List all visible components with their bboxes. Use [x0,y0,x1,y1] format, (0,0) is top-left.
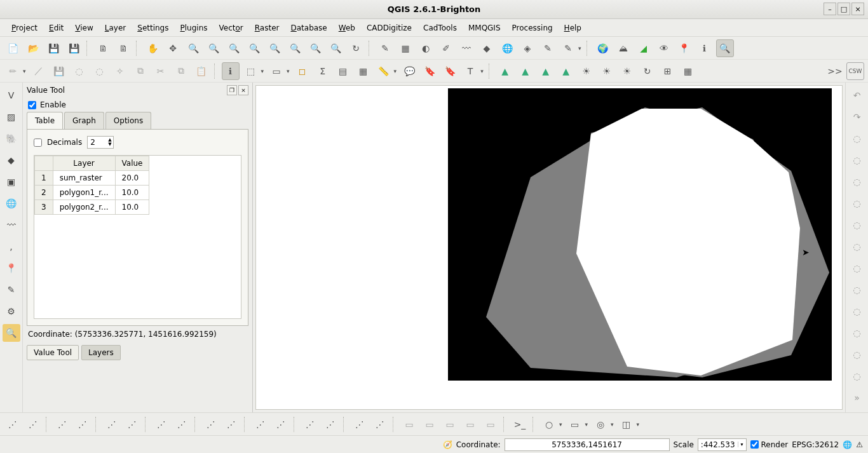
refresh-button[interactable]: ↻ [347,39,365,57]
sun-button-3[interactable]: ☀ [618,62,636,80]
chevron-down-icon[interactable]: ▾ [738,442,743,447]
pan-button[interactable]: ✋ [144,39,161,57]
rtool-5[interactable]: ◌ [848,216,866,234]
table-row[interactable]: 2 polygon1_r... 10.0 [35,186,149,200]
zoom-layer-button[interactable]: 🔍 [286,39,304,57]
node-tool-3[interactable]: ⋰ [53,416,71,433]
add-spatialite-button[interactable]: ◆ [3,151,20,169]
spinner-down[interactable]: ▼ [107,142,112,147]
enable-checkbox[interactable] [28,101,36,109]
settings-button[interactable]: ⚙ [3,302,20,320]
tab-table[interactable]: Table [27,112,63,129]
cut-button[interactable]: ✂ [152,62,170,80]
scale-combo[interactable]: :442.533 ▾ [698,438,747,451]
dropdown-icon[interactable]: ▾ [260,68,266,74]
vector-tool-6[interactable]: ◆ [478,39,496,57]
hist-button-4[interactable]: ▲ [557,62,575,80]
render-checkbox-label[interactable]: Render [750,440,789,449]
dropdown-icon[interactable]: ▾ [577,45,583,51]
node-tool-11[interactable]: ⋰ [252,416,269,433]
terrain-button[interactable]: ⛰ [614,39,632,57]
add-wms-button[interactable]: 🌐 [3,194,20,212]
zoom-last-button[interactable]: 🔍 [306,39,324,57]
vector-tool-4[interactable]: ✐ [437,39,455,57]
tab-options[interactable]: Options [105,112,151,129]
console-button[interactable]: >_ [511,416,529,433]
shape-tool-3[interactable]: ▭ [441,416,459,433]
node-tool-14[interactable]: ⋰ [322,416,339,433]
decimals-input[interactable] [88,137,107,148]
vector-tool-9[interactable]: ✎ [539,39,557,57]
measure-button[interactable]: 📏 [375,62,393,80]
checker-button[interactable]: ▦ [679,62,697,80]
shape-tool-5[interactable]: ▭ [482,416,499,433]
decimals-checkbox[interactable] [34,139,42,147]
select-rect-button[interactable]: ▭ [268,62,285,80]
rtool-2[interactable]: ◌ [848,151,866,169]
node-tool-9[interactable]: ⋰ [202,416,220,433]
dropdown-icon[interactable]: ▾ [479,68,485,74]
composer-manager-button[interactable]: 🗎 [114,39,132,57]
misc-btn-1[interactable]: ○ [540,416,558,433]
new-composer-button[interactable]: 🗎 [94,39,112,57]
messages-icon[interactable]: ⚠ [856,440,863,449]
maximize-button[interactable]: □ [837,3,850,15]
rtool-6[interactable]: ◌ [848,238,866,255]
menu-mmqgis[interactable]: MMQGIS [463,21,506,35]
rtool-11[interactable]: ◌ [848,346,866,363]
menu-settings[interactable]: Settings [132,21,173,35]
hist-button-1[interactable]: ▲ [496,62,514,80]
menu-vector[interactable]: Vector [214,21,248,35]
menu-database[interactable]: Database [285,21,332,35]
edit-tool-d[interactable]: ⧉ [132,62,149,80]
misc-btn-3[interactable]: ◎ [592,416,609,433]
add-mssql-button[interactable]: ▣ [3,173,20,191]
menu-help[interactable]: Help [559,21,587,35]
vector-tool-1[interactable]: ✎ [376,39,394,57]
bottom-tab-layers[interactable]: Layers [81,345,121,360]
pan-selection-button[interactable]: ✥ [164,39,182,57]
edit-tool-a[interactable]: ◌ [71,62,88,80]
dropdown-icon[interactable]: ▾ [558,421,564,428]
hist-button-3[interactable]: ▲ [537,62,555,80]
add-wfs-button[interactable]: 〰 [3,216,20,234]
bookmark-add-button[interactable]: 🔖 [421,62,438,80]
value-tool-toggle[interactable]: 🔍 [716,39,734,57]
node-tool-15[interactable]: ⋰ [351,416,369,433]
node-tool-1[interactable]: ⋰ [4,416,22,433]
dropdown-icon[interactable]: ▾ [393,68,398,74]
refresh-sun-button[interactable]: ↻ [639,62,656,80]
close-button[interactable]: × [851,3,864,15]
redo-button[interactable]: ↷ [848,108,866,126]
save-project-button[interactable]: 💾 [44,39,62,57]
sun-button-1[interactable]: ☀ [578,62,595,80]
bookmark-show-button[interactable]: 🔖 [441,62,459,80]
node-tool-13[interactable]: ⋰ [301,416,319,433]
toggle-extents-icon[interactable]: 🧭 [443,440,452,449]
shape-tool-2[interactable]: ▭ [421,416,438,433]
text-annot-button[interactable]: T [461,62,479,80]
rtool-3[interactable]: ◌ [848,173,866,191]
new-project-button[interactable]: 📄 [4,39,22,57]
zoom-in-button[interactable]: 🔍 [184,39,202,57]
menu-plugins[interactable]: Plugins [175,21,213,35]
dropdown-icon[interactable]: ▾ [22,68,27,74]
misc-btn-4[interactable]: ◫ [618,416,635,433]
copy-button[interactable]: ⧉ [172,62,190,80]
zoom-full-button[interactable]: 🔍 [245,39,263,57]
dropdown-icon[interactable]: ▾ [584,421,590,428]
vector-tool-2[interactable]: ▦ [397,39,414,57]
menu-web[interactable]: Web [334,21,360,35]
menu-processing[interactable]: Processing [507,21,558,35]
rtool-7[interactable]: ◌ [848,259,866,277]
edit-tool-c[interactable]: ✧ [111,62,129,80]
menu-view[interactable]: View [70,21,98,35]
csw-button[interactable]: CSW [846,62,864,80]
node-tool-10[interactable]: ⋰ [222,416,240,433]
rtool-10[interactable]: ◌ [848,324,866,342]
vector-tool-7[interactable]: 🌐 [498,39,516,57]
header-layer[interactable]: Layer [53,156,115,171]
paste-button[interactable]: 📋 [193,62,210,80]
eye-button[interactable]: 👁 [655,39,673,57]
sun-button-2[interactable]: ☀ [598,62,616,80]
